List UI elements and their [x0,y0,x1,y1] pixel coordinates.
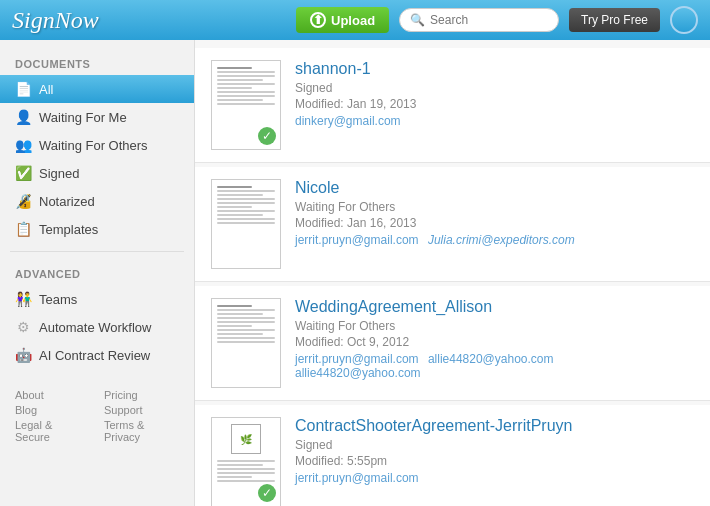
doc-email: allie44820@yahoo.com [295,366,421,380]
footer-pricing[interactable]: Pricing [104,389,179,401]
sidebar-item-waiting-others[interactable]: 👥 Waiting For Others [0,131,194,159]
doc-email: jerrit.pruyn@gmail.com [295,352,419,366]
doc-preview [212,299,280,387]
doc-status: Signed [295,81,694,95]
doc-preview [212,180,280,268]
search-input[interactable] [430,13,550,27]
doc-title: ContractShooterAgreement-JerritPruyn [295,417,694,435]
doc-info: ContractShooterAgreement-JerritPruyn Sig… [295,417,694,485]
doc-line [217,313,263,315]
footer-about[interactable]: About [15,389,86,401]
doc-line [217,460,275,462]
sidebar-item-waiting-me-label: Waiting For Me [39,110,127,125]
doc-email: jerrit.pruyn@gmail.com [295,233,419,247]
sidebar-footer: About Blog Legal & Secure Pricing Suppor… [0,389,194,443]
doc-line [217,198,275,200]
table-row[interactable]: WeddingAgreement_Allison Waiting For Oth… [195,286,710,401]
doc-line [217,480,275,482]
doc-email: allie44820@yahoo.com [428,352,554,366]
doc-line [217,83,275,85]
doc-line [217,309,275,311]
doc-status: Waiting For Others [295,319,694,333]
signed-badge: ✓ [258,484,276,502]
sidebar-item-automate[interactable]: ⚙ Automate Workflow [0,313,194,341]
doc-line [217,476,252,478]
search-box: 🔍 [399,8,559,32]
doc-line [217,206,252,208]
upload-icon: ⬆ [310,12,326,28]
doc-line [217,67,252,69]
sidebar-item-notarized-label: Notarized [39,194,95,209]
doc-line [217,321,275,323]
footer-col-1: About Blog Legal & Secure [15,389,86,443]
doc-line [217,214,263,216]
doc-line [217,218,275,220]
sidebar-divider [10,251,184,252]
teams-icon: 👫 [15,291,31,307]
doc-line [217,329,275,331]
doc-modified: Modified: Jan 19, 2013 [295,97,694,111]
sidebar-item-all-label: All [39,82,53,97]
footer-terms[interactable]: Terms & Privacy [104,419,179,443]
sidebar-item-teams[interactable]: 👫 Teams [0,285,194,313]
sidebar-item-waiting-me[interactable]: 👤 Waiting For Me [0,103,194,131]
doc-line [217,71,275,73]
persons-icon: 👥 [15,137,31,153]
doc-emails: jerrit.pruyn@gmail.com allie44820@yahoo.… [295,352,694,380]
doc-title: WeddingAgreement_Allison [295,298,694,316]
doc-info: Nicole Waiting For Others Modified: Jan … [295,179,694,247]
sidebar-item-notarized[interactable]: 🔏 Notarized [0,187,194,215]
main-layout: DOCUMENTS 📄 All 👤 Waiting For Me 👥 Waiti… [0,40,710,506]
footer-support[interactable]: Support [104,404,179,416]
doc-modified: Modified: Jan 16, 2013 [295,216,694,230]
doc-thumbnail [211,298,281,388]
sidebar-item-all[interactable]: 📄 All [0,75,194,103]
doc-status: Waiting For Others [295,200,694,214]
doc-title: shannon-1 [295,60,694,78]
doc-emails: jerrit.pruyn@gmail.com [295,471,694,485]
user-avatar[interactable] [670,6,698,34]
doc-line [217,333,263,335]
doc-email: jerrit.pruyn@gmail.com [295,471,419,485]
upload-label: Upload [331,13,375,28]
table-row[interactable]: ✓ shannon-1 Signed Modified: Jan 19, 201… [195,48,710,163]
notarize-icon: 🔏 [15,193,31,209]
table-row[interactable]: 🌿 ✓ ContractShooterAgreement-JerritPruyn… [195,405,710,506]
sidebar-item-ai[interactable]: 🤖 AI Contract Review [0,341,194,369]
try-pro-button[interactable]: Try Pro Free [569,8,660,32]
upload-button[interactable]: ⬆ Upload [296,7,389,33]
person-icon: 👤 [15,109,31,125]
table-row[interactable]: Nicole Waiting For Others Modified: Jan … [195,167,710,282]
sidebar-item-signed[interactable]: ✅ Signed [0,159,194,187]
doc-line [217,194,263,196]
sidebar: DOCUMENTS 📄 All 👤 Waiting For Me 👥 Waiti… [0,40,195,506]
signed-badge: ✓ [258,127,276,145]
documents-section-title: DOCUMENTS [0,50,194,75]
doc-emails: jerrit.pruyn@gmail.com Julia.crimi@exped… [295,233,694,247]
doc-email: Julia.crimi@expeditors.com [428,233,575,247]
doc-line [217,186,252,188]
doc-line [217,325,252,327]
doc-line [217,210,275,212]
sidebar-item-ai-label: AI Contract Review [39,348,150,363]
doc-line [217,341,275,343]
footer-legal[interactable]: Legal & Secure [15,419,86,443]
sidebar-item-templates[interactable]: 📋 Templates [0,215,194,243]
doc-line [217,317,275,319]
sidebar-item-automate-label: Automate Workflow [39,320,151,335]
doc-email: dinkery@gmail.com [295,114,401,128]
doc-line [217,337,275,339]
document-list: ✓ shannon-1 Signed Modified: Jan 19, 201… [195,40,710,506]
doc-line [217,468,275,470]
sidebar-item-signed-label: Signed [39,166,79,181]
doc-emails: dinkery@gmail.com [295,114,694,128]
doc-line [217,75,275,77]
doc-title: Nicole [295,179,694,197]
footer-blog[interactable]: Blog [15,404,86,416]
search-icon: 🔍 [410,13,425,27]
app-logo: SignNow [12,7,286,34]
doc-modified: Modified: 5:55pm [295,454,694,468]
ai-icon: 🤖 [15,347,31,363]
doc-info: WeddingAgreement_Allison Waiting For Oth… [295,298,694,380]
doc-line [217,202,275,204]
